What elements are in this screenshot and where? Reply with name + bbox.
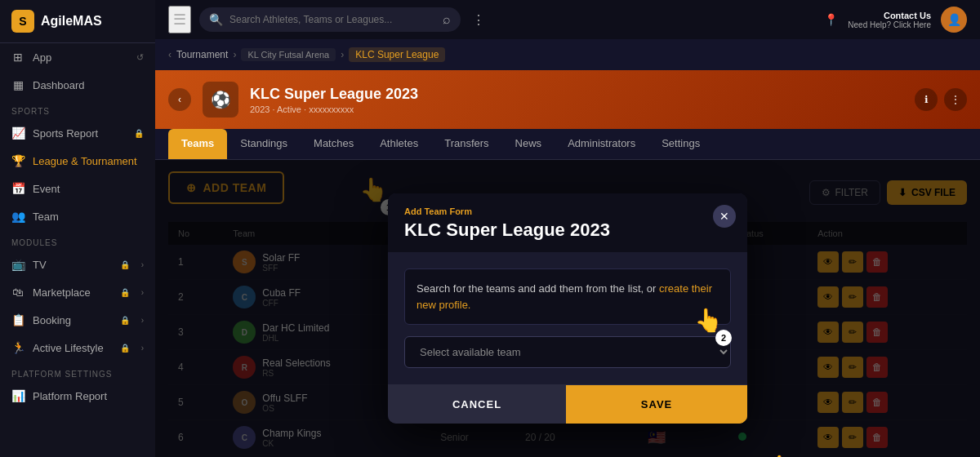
logo-icon: S [11, 10, 34, 33]
lock-icon-tv: 🔒 [120, 260, 130, 269]
modal-footer: CANCEL SAVE [388, 384, 747, 424]
league-banner: ‹ ⚽ KLC Super League 2023 2023 · Active … [155, 70, 980, 129]
breadcrumb-sep-2: › [341, 49, 344, 60]
lock-icon-marketplace: 🔒 [120, 288, 130, 297]
search-submit-icon[interactable]: ⌕ [443, 12, 451, 27]
modal-save-button[interactable]: SAVE [566, 385, 747, 424]
main-content: ☰ 🔍 ⌕ ⋮ 📍 Contact Us Need Help? Click He… [155, 0, 980, 457]
sidebar-logo: S AgileMAS [0, 0, 155, 43]
league-meta: 2023 · Active · xxxxxxxxxx [250, 104, 903, 114]
modal-header: Add Team Form KLC Super League 2023 ✕ [388, 193, 747, 252]
breadcrumb-tournament[interactable]: Tournament [176, 49, 228, 60]
sidebar-item-event[interactable]: 📅 Event [0, 175, 155, 202]
modal-cancel-button[interactable]: CANCEL [388, 385, 566, 424]
contact-us: Contact Us Need Help? Click Here [848, 11, 931, 29]
active-lifestyle-icon: 🏃 [11, 341, 24, 354]
app-icon: ⊞ [11, 51, 24, 64]
app-name: AgileMAS [41, 14, 102, 29]
sidebar-item-dashboard[interactable]: ▦ Dashboard [0, 71, 155, 99]
sidebar-item-active-lifestyle[interactable]: 🏃 Active Lifestyle 🔒 › [0, 334, 155, 362]
breadcrumb: ‹ Tournament › KL City Futsal Arena › KL… [155, 39, 980, 70]
add-team-modal: Add Team Form KLC Super League 2023 ✕ Se… [388, 193, 747, 424]
tab-athletes[interactable]: Athletes [367, 129, 431, 159]
modal-close-button[interactable]: ✕ [713, 205, 736, 228]
tabs-bar: Teams Standings Matches Athletes Transfe… [155, 129, 980, 160]
sidebar: S AgileMAS ⊞ App ↺ ▦ Dashboard Sports 📈 … [0, 0, 155, 457]
league-info: KLC Super League 2023 2023 · Active · xx… [250, 86, 903, 114]
breadcrumb-arena[interactable]: KL City Futsal Arena [241, 48, 336, 61]
tab-settings[interactable]: Settings [648, 129, 713, 159]
arrow-icon-marketplace: › [141, 288, 144, 297]
tv-icon: 📺 [11, 258, 24, 271]
league-nav-prev[interactable]: ‹ [168, 88, 191, 111]
modal-overlay: Add Team Form KLC Super League 2023 ✕ Se… [155, 160, 980, 457]
event-icon: 📅 [11, 182, 24, 195]
search-box: 🔍 ⌕ [199, 7, 461, 32]
more-options-icon[interactable]: ⋮ [472, 12, 485, 28]
league-more-btn[interactable]: ⋮ [944, 88, 967, 111]
hamburger-button[interactable]: ☰ [168, 6, 191, 33]
modal-title: KLC Super League 2023 [404, 220, 731, 241]
modal-body: Search for the teams and add them from t… [388, 252, 747, 384]
content-area: ⊕ ADD TEAM ⚙ FILTER ⬇ CSV FILE No Team [155, 160, 980, 457]
modules-section-label: Modules [0, 230, 155, 251]
tab-standings[interactable]: Standings [227, 129, 301, 159]
sports-section-label: Sports [0, 99, 155, 119]
lock-icon: 🔒 [134, 129, 144, 138]
platform-section-label: Platform Settings [0, 362, 155, 382]
search-input[interactable] [229, 14, 436, 25]
modal-form-label: Add Team Form [404, 206, 731, 216]
tab-teams[interactable]: Teams [168, 129, 227, 159]
sidebar-item-booking[interactable]: 📋 Booking 🔒 › [0, 306, 155, 334]
lock-icon-booking: 🔒 [120, 316, 130, 325]
topbar-right: 📍 Contact Us Need Help? Click Here 👤 [824, 7, 967, 33]
breadcrumb-back-arrow[interactable]: ‹ [168, 49, 172, 60]
team-icon: 👥 [11, 210, 24, 223]
breadcrumb-sep-1: › [233, 49, 236, 60]
tab-transfers[interactable]: Transfers [431, 129, 501, 159]
tab-news[interactable]: News [502, 129, 555, 159]
sidebar-item-marketplace[interactable]: 🛍 Marketplace 🔒 › [0, 278, 155, 306]
league-name: KLC Super League 2023 [250, 86, 903, 103]
cursor-hand-3: 👆 [768, 454, 796, 457]
sidebar-item-platform-report[interactable]: 📊 Platform Report [0, 382, 155, 410]
sidebar-item-sports-report[interactable]: 📈 Sports Report 🔒 [0, 119, 155, 147]
topbar: ☰ 🔍 ⌕ ⋮ 📍 Contact Us Need Help? Click He… [155, 0, 980, 39]
marketplace-icon: 🛍 [11, 286, 24, 299]
search-icon: 🔍 [209, 13, 223, 26]
sidebar-item-team[interactable]: 👥 Team [0, 202, 155, 230]
arrow-icon-active: › [141, 344, 144, 353]
trophy-icon: 🏆 [11, 154, 24, 167]
league-info-btn[interactable]: ℹ [915, 88, 938, 111]
sidebar-item-tv[interactable]: 📺 TV 🔒 › [0, 251, 155, 278]
breadcrumb-league: KLC Super League [349, 47, 445, 62]
team-select[interactable]: Select available team [404, 336, 731, 368]
arrow-icon-booking: › [141, 316, 144, 325]
tab-matches[interactable]: Matches [301, 129, 367, 159]
arrow-icon-tv: › [141, 260, 144, 269]
league-logo: ⚽ [203, 82, 238, 118]
booking-icon: 📋 [11, 313, 24, 326]
league-actions: ℹ ⋮ [915, 88, 967, 111]
lock-icon-active: 🔒 [120, 344, 130, 353]
modal-description: Search for the teams and add them from t… [404, 268, 731, 325]
platform-report-icon: 📊 [11, 389, 24, 402]
contact-icon: 📍 [824, 13, 838, 26]
sidebar-item-league-tournament[interactable]: 🏆 League & Tournament [0, 147, 155, 175]
dashboard-icon: ▦ [11, 78, 24, 91]
sidebar-item-app[interactable]: ⊞ App ↺ [0, 43, 155, 71]
tab-administrators[interactable]: Administrators [555, 129, 648, 159]
user-avatar[interactable]: 👤 [941, 7, 967, 33]
sports-report-icon: 📈 [11, 126, 24, 140]
